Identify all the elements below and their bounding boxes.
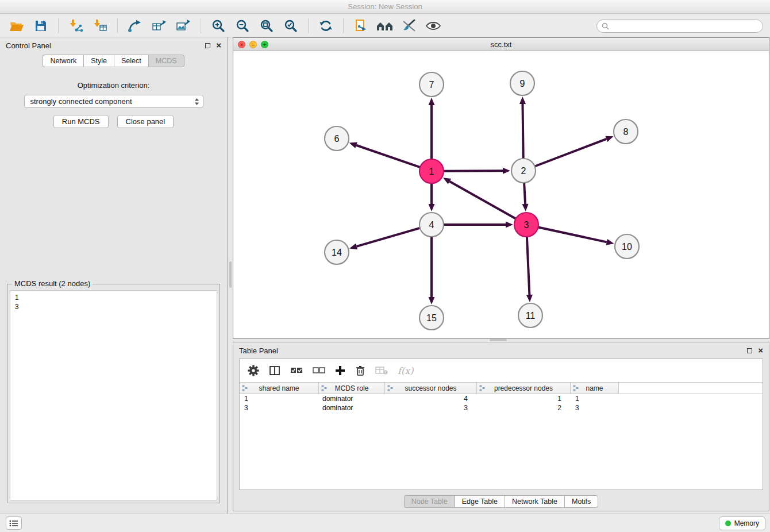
- tab-motifs[interactable]: Motifs: [564, 495, 598, 508]
- search-box[interactable]: [596, 20, 763, 33]
- tab-edge-table[interactable]: Edge Table: [455, 495, 505, 508]
- run-mcds-button[interactable]: Run MCDS: [53, 115, 109, 128]
- export-table-button[interactable]: [148, 16, 170, 36]
- node-9[interactable]: 9: [510, 71, 534, 95]
- horizontal-splitter-handle[interactable]: [490, 339, 507, 341]
- copy-network-button[interactable]: [350, 16, 372, 36]
- zoom-out-button[interactable]: [232, 16, 253, 36]
- table-cell[interactable]: 2: [477, 403, 571, 413]
- edge-1-6[interactable]: [356, 145, 420, 167]
- tab-node-table[interactable]: Node Table: [404, 495, 455, 508]
- table-cell[interactable]: 3: [571, 403, 619, 413]
- export-image-button[interactable]: [172, 16, 194, 36]
- vertical-splitter-handle[interactable]: [229, 261, 232, 288]
- column-header-successor-nodes[interactable]: successor nodes: [385, 383, 477, 394]
- import-network-icon: [68, 19, 83, 33]
- close-table-panel-icon[interactable]: ×: [758, 347, 763, 354]
- split-view-button[interactable]: [269, 365, 280, 376]
- edge-1-2[interactable]: [444, 171, 503, 171]
- tab-style[interactable]: Style: [83, 55, 114, 67]
- new-column-button[interactable]: [335, 365, 345, 376]
- table-cell[interactable]: 3: [240, 403, 319, 413]
- save-session-button[interactable]: [30, 16, 52, 36]
- import-network-button[interactable]: [65, 16, 87, 36]
- node-8[interactable]: 8: [614, 119, 638, 144]
- import-table-button[interactable]: [89, 16, 111, 36]
- table-row[interactable]: 1dominator411: [240, 394, 763, 403]
- node-3[interactable]: 3: [514, 213, 538, 237]
- toolbar-separator: [201, 18, 201, 33]
- table-cell[interactable]: dominator: [319, 403, 385, 413]
- result-line: 1: [15, 293, 212, 302]
- maximize-window-icon[interactable]: +: [261, 41, 268, 48]
- tab-network-table[interactable]: Network Table: [505, 495, 564, 508]
- paint-style-button[interactable]: [398, 16, 420, 36]
- column-header-MCDS-role[interactable]: MCDS role: [319, 383, 385, 394]
- column-header-predecessor-nodes[interactable]: predecessor nodes: [477, 383, 571, 394]
- table-cell[interactable]: 1: [240, 394, 319, 403]
- show-panels-button[interactable]: [374, 16, 396, 36]
- tab-mcds[interactable]: MCDS: [148, 55, 184, 67]
- table-cell[interactable]: 1: [477, 394, 571, 403]
- node-11[interactable]: 11: [518, 303, 542, 327]
- network-canvas[interactable]: 1234678910111415: [233, 52, 769, 338]
- dropdown-arrows-icon: [194, 98, 199, 106]
- tab-select[interactable]: Select: [114, 55, 148, 67]
- graphics-details-button[interactable]: [422, 16, 444, 36]
- edge-2-3[interactable]: [524, 183, 525, 204]
- table-cell[interactable]: dominator: [319, 394, 385, 403]
- float-table-panel-icon[interactable]: [747, 348, 752, 353]
- node-1[interactable]: 1: [419, 159, 444, 183]
- node-14[interactable]: 14: [325, 240, 349, 264]
- edge-2-8[interactable]: [535, 139, 607, 167]
- search-input[interactable]: [612, 22, 758, 30]
- zoom-selected-button[interactable]: [280, 16, 302, 36]
- delete-columns-button[interactable]: [355, 365, 365, 376]
- network-window-titlebar[interactable]: × – + scc.txt: [233, 38, 769, 51]
- select-all-columns-button[interactable]: [290, 367, 303, 375]
- edge-2-9[interactable]: [522, 104, 523, 159]
- node-10[interactable]: 10: [615, 234, 639, 259]
- plus-icon: [335, 365, 345, 376]
- close-panel-button[interactable]: Close panel: [117, 115, 174, 128]
- zoom-fit-button[interactable]: [256, 16, 278, 36]
- criterion-dropdown[interactable]: strongly connected component: [24, 95, 203, 108]
- close-panel-icon[interactable]: ×: [216, 42, 221, 49]
- minimize-window-icon[interactable]: –: [249, 41, 257, 48]
- table-cell[interactable]: 3: [385, 403, 477, 413]
- task-history-button[interactable]: [6, 516, 22, 530]
- open-session-button[interactable]: [6, 16, 28, 36]
- memory-button[interactable]: Memory: [719, 516, 765, 530]
- node-6[interactable]: 6: [325, 126, 349, 151]
- new-network-button[interactable]: [124, 16, 146, 36]
- float-panel-icon[interactable]: [205, 43, 210, 48]
- edge-arrowhead: [503, 168, 510, 174]
- zoom-out-icon: [236, 19, 249, 33]
- mcds-result-title: MCDS result (2 nodes): [12, 279, 93, 288]
- column-header-name[interactable]: name: [571, 383, 619, 394]
- table-cell[interactable]: 1: [571, 394, 619, 403]
- table-cell[interactable]: 4: [385, 394, 477, 403]
- edge-3-10[interactable]: [538, 227, 607, 242]
- eye-icon: [425, 20, 441, 32]
- node-7[interactable]: 7: [419, 72, 444, 97]
- zoom-in-button[interactable]: [207, 16, 229, 36]
- unselect-all-columns-button[interactable]: [313, 367, 325, 375]
- node-4[interactable]: 4: [419, 213, 444, 237]
- delete-table-button[interactable]: [375, 366, 388, 375]
- function-builder-button[interactable]: f(x): [398, 365, 413, 376]
- edge-4-14[interactable]: [357, 228, 420, 246]
- node-15[interactable]: 15: [419, 306, 444, 330]
- column-header-shared-name[interactable]: shared name: [240, 383, 319, 394]
- edge-3-11[interactable]: [527, 237, 529, 295]
- mcds-result-list: 13: [10, 290, 217, 500]
- close-window-icon[interactable]: ×: [238, 41, 245, 48]
- table-row[interactable]: 3dominator323: [240, 403, 763, 413]
- node-2[interactable]: 2: [511, 159, 536, 183]
- table-mode-button[interactable]: [248, 365, 259, 376]
- apply-layout-button[interactable]: [315, 16, 337, 36]
- tab-network[interactable]: Network: [43, 55, 83, 67]
- node-label: 7: [429, 80, 434, 90]
- status-bar: Memory: [0, 514, 770, 532]
- edge-3-1[interactable]: [449, 182, 515, 219]
